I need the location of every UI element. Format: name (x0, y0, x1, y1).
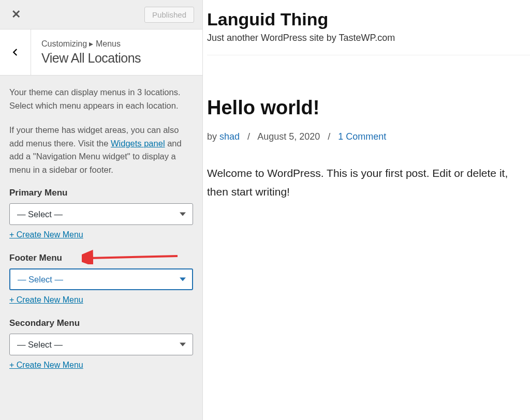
create-new-menu-link[interactable]: + Create New Menu (9, 361, 83, 370)
site-tagline: Just another WordPress site by TasteWP.c… (207, 33, 530, 43)
post-meta: by shad / August 5, 2020 / 1 Comment (207, 131, 530, 142)
primary-menu-select[interactable]: — Select — (9, 203, 193, 225)
post-date: August 5, 2020 (257, 131, 320, 142)
menu-label: Primary Menu (9, 188, 193, 198)
site-title[interactable]: Languid Thing (207, 9, 530, 29)
site-header: Languid Thing Just another WordPress sit… (207, 9, 530, 55)
select-wrap: — Select — (9, 203, 193, 225)
post-content: Welcome to WordPress. This is your first… (207, 164, 530, 201)
site-preview: Languid Thing Just another WordPress sit… (203, 0, 530, 420)
page-title: View All Locations (41, 51, 141, 66)
panel-body: Your theme can display menus in 3 locati… (0, 76, 202, 394)
create-new-menu-link[interactable]: + Create New Menu (9, 230, 83, 239)
meta-separator: / (247, 131, 250, 142)
panel-header: Customizing ▸ Menus View All Locations (0, 29, 202, 76)
footer-menu-select[interactable]: — Select — (9, 268, 193, 290)
author-link[interactable]: shad (219, 131, 240, 142)
post-title[interactable]: Hello world! (207, 97, 530, 119)
comments-link[interactable]: 1 Comment (338, 131, 386, 142)
meta-separator: / (328, 131, 330, 142)
chevron-left-icon (11, 48, 20, 57)
breadcrumb: Customizing ▸ Menus (41, 39, 141, 49)
close-icon[interactable]: ✕ (8, 5, 24, 24)
menu-location-primary: Primary Menu — Select — + Create New Men… (9, 188, 193, 239)
secondary-menu-select[interactable]: — Select — (9, 334, 193, 355)
by-label: by (207, 131, 217, 142)
back-button[interactable] (0, 29, 31, 75)
panel-titles: Customizing ▸ Menus View All Locations (31, 32, 151, 73)
customizer-sidebar: ✕ Published Customizing ▸ Menus View All… (0, 0, 203, 420)
breadcrumb-sep: ▸ (89, 39, 95, 48)
menu-label: Secondary Menu (9, 318, 193, 328)
panel-description: Your theme can display menus in 3 locati… (9, 86, 193, 112)
create-new-menu-link[interactable]: + Create New Menu (9, 295, 83, 305)
menu-location-footer: Footer Menu — Select — + Create New Menu (9, 253, 193, 305)
widgets-panel-link[interactable]: Widgets panel (111, 139, 165, 148)
menu-label: Footer Menu (9, 253, 193, 263)
top-bar: ✕ Published (0, 0, 202, 29)
select-wrap: — Select — (9, 268, 193, 290)
menu-location-secondary: Secondary Menu — Select — + Create New M… (9, 318, 193, 370)
panel-description-2: If your theme has widget areas, you can … (9, 124, 193, 176)
select-wrap: — Select — (9, 334, 193, 355)
publish-button[interactable]: Published (144, 7, 194, 23)
